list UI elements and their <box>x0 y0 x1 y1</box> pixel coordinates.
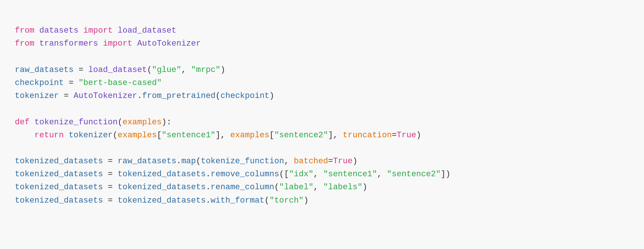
identifier-token: tokenized_datasets <box>15 170 103 179</box>
identifier-token: tokenized_datasets <box>118 183 206 192</box>
code-line: tokenizer = AutoTokenizer.from_pretraine… <box>15 89 629 102</box>
plain-token <box>113 26 118 35</box>
string-token: "idx" <box>289 170 313 179</box>
param-token: examples <box>118 131 157 140</box>
param-token: batched <box>294 157 328 166</box>
string-token: "mrpc" <box>191 65 220 75</box>
plain-token <box>132 39 137 48</box>
plain-token: ) <box>353 157 357 166</box>
plain-token <box>64 131 69 140</box>
string-token: "sentence1" <box>323 170 377 179</box>
string-token: "labels" <box>323 183 363 192</box>
string-token: "torch" <box>270 196 304 205</box>
plain-token <box>79 26 83 35</box>
func-token: AutoTokenizer <box>137 39 201 48</box>
plain-token: , <box>284 157 294 166</box>
param-token: truncation <box>343 131 392 140</box>
identifier-token: tokenizer <box>69 131 113 140</box>
kw-token: import <box>103 39 132 48</box>
plain-token: ) <box>362 183 367 192</box>
kw-token: True <box>397 131 416 140</box>
string-token: "sentence1" <box>162 131 215 140</box>
code-line: from transformers import AutoTokenizer <box>15 37 629 50</box>
method-token: from_pretrained <box>142 91 215 101</box>
plain-token: = <box>59 91 74 101</box>
code-line: tokenized_datasets = tokenized_datasets.… <box>15 181 629 194</box>
plain-token: ( <box>264 196 269 205</box>
code-line: raw_datasets = load_dataset("glue", "mrp… <box>15 63 629 76</box>
plain-token: = <box>103 170 118 179</box>
plain-token: ) <box>221 65 225 75</box>
plain-token <box>98 39 103 48</box>
plain-token: ([ <box>279 170 289 179</box>
identifier-token: tokenized_datasets <box>15 196 103 205</box>
code-line: tokenized_datasets = raw_datasets.map(to… <box>15 155 629 168</box>
plain-token: ], <box>215 131 230 140</box>
identifier-token: tokenized_datasets <box>118 196 206 205</box>
plain-token: ) <box>270 91 274 101</box>
identifier-token: raw_datasets <box>15 65 73 75</box>
code-line: def tokenize_function(examples): <box>15 116 629 129</box>
plain-token: . <box>137 91 142 101</box>
plain-token: ], <box>328 131 343 140</box>
plain-token: = <box>392 131 397 140</box>
plain-token: ( <box>113 131 118 140</box>
identifier-token: tokenized_datasets <box>15 183 103 192</box>
plain-token: = <box>328 157 333 166</box>
kw-token: def <box>15 118 30 127</box>
plain-token <box>30 118 34 127</box>
method-token: with_format <box>211 196 264 205</box>
string-token: "glue" <box>152 65 181 75</box>
kw-token: from <box>15 26 34 35</box>
plain-token: ]) <box>441 170 450 179</box>
empty-line <box>15 50 629 63</box>
plain-token: = <box>103 196 118 205</box>
string-token: "label" <box>279 183 313 192</box>
param-token: examples <box>122 118 162 127</box>
plain-token: ( <box>215 91 220 101</box>
plain-token: = <box>103 183 118 192</box>
method-token: map <box>181 157 196 166</box>
module-token: transformers <box>39 39 98 48</box>
plain-token: , <box>181 65 191 75</box>
code-block: from datasets import load_datasetfrom tr… <box>15 11 629 207</box>
identifier-token: tokenizer <box>15 91 59 101</box>
func-token: AutoTokenizer <box>73 91 137 101</box>
plain-token: ( <box>118 118 122 127</box>
identifier-token: tokenized_datasets <box>118 170 206 179</box>
plain-token: = <box>64 78 79 88</box>
plain-token: , <box>313 170 323 179</box>
code-line: checkpoint = "bert-base-cased" <box>15 76 629 89</box>
param-token: examples <box>230 131 270 140</box>
plain-token: ): <box>162 118 171 127</box>
identifier-token: tokenize_function <box>201 157 284 166</box>
func-token: load_dataset <box>118 26 176 35</box>
plain-token: ( <box>274 183 279 192</box>
method-token: rename_column <box>211 183 274 192</box>
plain-token: . <box>206 196 211 205</box>
plain-token: [ <box>270 131 274 140</box>
string-token: "sentence2" <box>387 170 440 179</box>
empty-line <box>15 102 629 115</box>
identifier-token: checkpoint <box>221 91 270 101</box>
plain-token: ( <box>196 157 201 166</box>
plain-token: [ <box>157 131 162 140</box>
string-token: "sentence2" <box>274 131 328 140</box>
plain-token: ( <box>147 65 152 75</box>
code-line: return tokenizer(examples["sentence1"], … <box>15 129 629 142</box>
plain-token <box>34 26 39 35</box>
identifier-token: checkpoint <box>15 78 64 88</box>
plain-token: , <box>377 170 387 179</box>
plain-token <box>34 39 39 48</box>
kw-token: True <box>333 157 353 166</box>
method-token: remove_columns <box>211 170 279 179</box>
empty-line <box>15 142 629 155</box>
func-token: load_dataset <box>88 65 147 75</box>
plain-token: , <box>313 183 323 192</box>
kw-token: from <box>15 39 34 48</box>
kw-token: return <box>34 131 64 140</box>
plain-token: ) <box>304 196 308 205</box>
code-line: tokenized_datasets = tokenized_datasets.… <box>15 168 629 181</box>
code-line: from datasets import load_dataset <box>15 24 629 37</box>
plain-token <box>15 131 34 140</box>
